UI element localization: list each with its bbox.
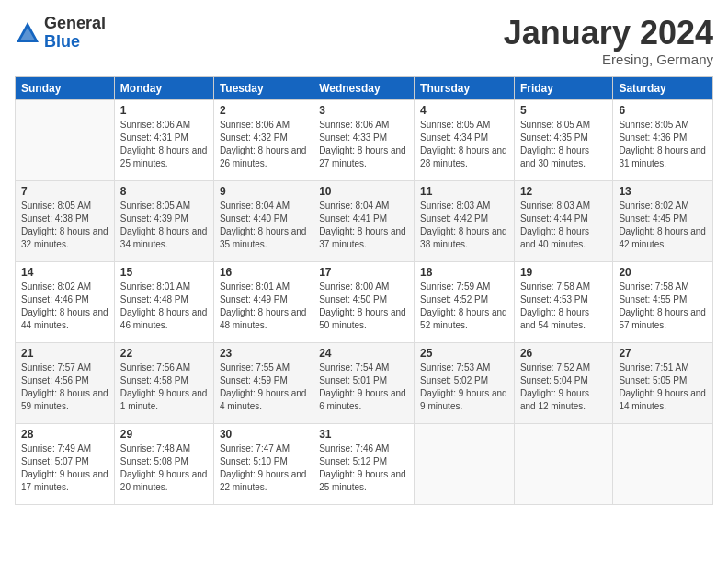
day-detail: Sunrise: 8:04 AMSunset: 4:40 PMDaylight:… bbox=[220, 200, 307, 251]
day-detail: Sunrise: 8:00 AMSunset: 4:50 PMDaylight:… bbox=[319, 281, 408, 332]
logo-blue-text: Blue bbox=[44, 33, 106, 52]
location-text: Eresing, Germany bbox=[504, 52, 713, 67]
day-number: 24 bbox=[319, 347, 408, 360]
table-row: 9Sunrise: 8:04 AMSunset: 4:40 PMDaylight… bbox=[213, 180, 313, 261]
calendar-page: General Blue January 2024 Eresing, Germa… bbox=[0, 0, 728, 563]
day-detail: Sunrise: 8:03 AMSunset: 4:44 PMDaylight:… bbox=[520, 200, 607, 251]
day-detail: Sunrise: 7:48 AMSunset: 5:08 PMDaylight:… bbox=[120, 442, 208, 494]
table-row: 29Sunrise: 7:48 AMSunset: 5:08 PMDayligh… bbox=[114, 423, 213, 504]
table-row: 22Sunrise: 7:56 AMSunset: 4:58 PMDayligh… bbox=[114, 342, 213, 423]
table-row: 2Sunrise: 8:06 AMSunset: 4:32 PMDaylight… bbox=[213, 99, 313, 180]
header-saturday: Saturday bbox=[613, 76, 713, 99]
day-number: 28 bbox=[21, 428, 108, 441]
table-row: 20Sunrise: 7:58 AMSunset: 4:55 PMDayligh… bbox=[613, 261, 713, 342]
table-row: 13Sunrise: 8:02 AMSunset: 4:45 PMDayligh… bbox=[613, 180, 713, 261]
day-detail: Sunrise: 7:57 AMSunset: 4:56 PMDaylight:… bbox=[21, 362, 108, 413]
day-number: 23 bbox=[220, 347, 307, 360]
table-row bbox=[613, 423, 713, 504]
day-detail: Sunrise: 7:54 AMSunset: 5:01 PMDaylight:… bbox=[319, 362, 408, 413]
table-row: 28Sunrise: 7:49 AMSunset: 5:07 PMDayligh… bbox=[16, 423, 115, 504]
day-detail: Sunrise: 8:05 AMSunset: 4:39 PMDaylight:… bbox=[120, 200, 208, 251]
logo-icon bbox=[15, 20, 40, 46]
day-detail: Sunrise: 8:06 AMSunset: 4:32 PMDaylight:… bbox=[220, 119, 307, 170]
table-row: 6Sunrise: 8:05 AMSunset: 4:36 PMDaylight… bbox=[613, 99, 713, 180]
logo-general-text: General bbox=[44, 15, 106, 33]
calendar-week-3: 14Sunrise: 8:02 AMSunset: 4:46 PMDayligh… bbox=[16, 261, 713, 342]
day-number: 25 bbox=[420, 347, 508, 360]
header-tuesday: Tuesday bbox=[213, 76, 313, 99]
day-detail: Sunrise: 7:58 AMSunset: 4:55 PMDaylight:… bbox=[619, 281, 707, 332]
table-row: 7Sunrise: 8:05 AMSunset: 4:38 PMDaylight… bbox=[16, 180, 115, 261]
day-number: 6 bbox=[619, 104, 707, 117]
table-row: 10Sunrise: 8:04 AMSunset: 4:41 PMDayligh… bbox=[313, 180, 415, 261]
day-detail: Sunrise: 8:04 AMSunset: 4:41 PMDaylight:… bbox=[319, 200, 408, 251]
table-row: 30Sunrise: 7:47 AMSunset: 5:10 PMDayligh… bbox=[213, 423, 313, 504]
day-detail: Sunrise: 8:01 AMSunset: 4:49 PMDaylight:… bbox=[220, 281, 307, 332]
table-row bbox=[514, 423, 612, 504]
table-row: 12Sunrise: 8:03 AMSunset: 4:44 PMDayligh… bbox=[514, 180, 612, 261]
day-detail: Sunrise: 7:59 AMSunset: 4:52 PMDaylight:… bbox=[420, 281, 508, 332]
day-detail: Sunrise: 8:02 AMSunset: 4:45 PMDaylight:… bbox=[619, 200, 707, 251]
table-row: 14Sunrise: 8:02 AMSunset: 4:46 PMDayligh… bbox=[16, 261, 115, 342]
day-detail: Sunrise: 7:58 AMSunset: 4:53 PMDaylight:… bbox=[520, 281, 607, 332]
table-row: 1Sunrise: 8:06 AMSunset: 4:31 PMDaylight… bbox=[114, 99, 213, 180]
day-detail: Sunrise: 8:06 AMSunset: 4:31 PMDaylight:… bbox=[120, 119, 208, 170]
day-number: 4 bbox=[420, 104, 508, 117]
day-detail: Sunrise: 7:49 AMSunset: 5:07 PMDaylight:… bbox=[21, 442, 108, 494]
day-detail: Sunrise: 7:56 AMSunset: 4:58 PMDaylight:… bbox=[120, 362, 208, 413]
day-detail: Sunrise: 7:47 AMSunset: 5:10 PMDaylight:… bbox=[220, 442, 307, 494]
table-row: 17Sunrise: 8:00 AMSunset: 4:50 PMDayligh… bbox=[313, 261, 415, 342]
table-row: 19Sunrise: 7:58 AMSunset: 4:53 PMDayligh… bbox=[514, 261, 612, 342]
day-number: 8 bbox=[120, 185, 208, 198]
day-number: 13 bbox=[619, 185, 707, 198]
day-number: 1 bbox=[120, 104, 208, 117]
day-number: 16 bbox=[220, 266, 307, 279]
day-number: 11 bbox=[420, 185, 508, 198]
day-number: 9 bbox=[220, 185, 307, 198]
header-thursday: Thursday bbox=[415, 76, 515, 99]
day-detail: Sunrise: 8:05 AMSunset: 4:35 PMDaylight:… bbox=[520, 119, 607, 170]
table-row: 3Sunrise: 8:06 AMSunset: 4:33 PMDaylight… bbox=[313, 99, 415, 180]
day-number: 19 bbox=[520, 266, 607, 279]
calendar-week-1: 1Sunrise: 8:06 AMSunset: 4:31 PMDaylight… bbox=[16, 99, 713, 180]
table-row: 21Sunrise: 7:57 AMSunset: 4:56 PMDayligh… bbox=[16, 342, 115, 423]
day-number: 31 bbox=[319, 428, 408, 441]
calendar-week-4: 21Sunrise: 7:57 AMSunset: 4:56 PMDayligh… bbox=[16, 342, 713, 423]
table-row: 27Sunrise: 7:51 AMSunset: 5:05 PMDayligh… bbox=[613, 342, 713, 423]
calendar-table: Sunday Monday Tuesday Wednesday Thursday… bbox=[15, 76, 713, 505]
table-row: 23Sunrise: 7:55 AMSunset: 4:59 PMDayligh… bbox=[213, 342, 313, 423]
day-number: 22 bbox=[120, 347, 208, 360]
calendar-week-5: 28Sunrise: 7:49 AMSunset: 5:07 PMDayligh… bbox=[16, 423, 713, 504]
day-number: 30 bbox=[220, 428, 307, 441]
day-detail: Sunrise: 7:52 AMSunset: 5:04 PMDaylight:… bbox=[520, 362, 607, 413]
day-number: 2 bbox=[220, 104, 307, 117]
day-number: 26 bbox=[520, 347, 607, 360]
header-friday: Friday bbox=[514, 76, 612, 99]
day-number: 29 bbox=[120, 428, 208, 441]
day-number: 15 bbox=[120, 266, 208, 279]
day-number: 18 bbox=[420, 266, 508, 279]
table-row: 24Sunrise: 7:54 AMSunset: 5:01 PMDayligh… bbox=[313, 342, 415, 423]
table-row: 18Sunrise: 7:59 AMSunset: 4:52 PMDayligh… bbox=[415, 261, 515, 342]
day-number: 5 bbox=[520, 104, 607, 117]
calendar-week-2: 7Sunrise: 8:05 AMSunset: 4:38 PMDaylight… bbox=[16, 180, 713, 261]
day-number: 7 bbox=[21, 185, 108, 198]
day-detail: Sunrise: 8:05 AMSunset: 4:38 PMDaylight:… bbox=[21, 200, 108, 251]
table-row bbox=[415, 423, 515, 504]
table-row: 25Sunrise: 7:53 AMSunset: 5:02 PMDayligh… bbox=[415, 342, 515, 423]
table-row: 16Sunrise: 8:01 AMSunset: 4:49 PMDayligh… bbox=[213, 261, 313, 342]
day-detail: Sunrise: 8:05 AMSunset: 4:34 PMDaylight:… bbox=[420, 119, 508, 170]
title-block: January 2024 Eresing, Germany bbox=[504, 15, 713, 67]
header-wednesday: Wednesday bbox=[313, 76, 415, 99]
day-number: 27 bbox=[619, 347, 707, 360]
day-detail: Sunrise: 7:46 AMSunset: 5:12 PMDaylight:… bbox=[319, 442, 408, 494]
table-row: 31Sunrise: 7:46 AMSunset: 5:12 PMDayligh… bbox=[313, 423, 415, 504]
day-number: 17 bbox=[319, 266, 408, 279]
table-row: 11Sunrise: 8:03 AMSunset: 4:42 PMDayligh… bbox=[415, 180, 515, 261]
day-number: 21 bbox=[21, 347, 108, 360]
header: General Blue January 2024 Eresing, Germa… bbox=[15, 15, 713, 67]
day-detail: Sunrise: 7:55 AMSunset: 4:59 PMDaylight:… bbox=[220, 362, 307, 413]
header-sunday: Sunday bbox=[16, 76, 115, 99]
table-row: 5Sunrise: 8:05 AMSunset: 4:35 PMDaylight… bbox=[514, 99, 612, 180]
month-title: January 2024 bbox=[504, 15, 713, 52]
